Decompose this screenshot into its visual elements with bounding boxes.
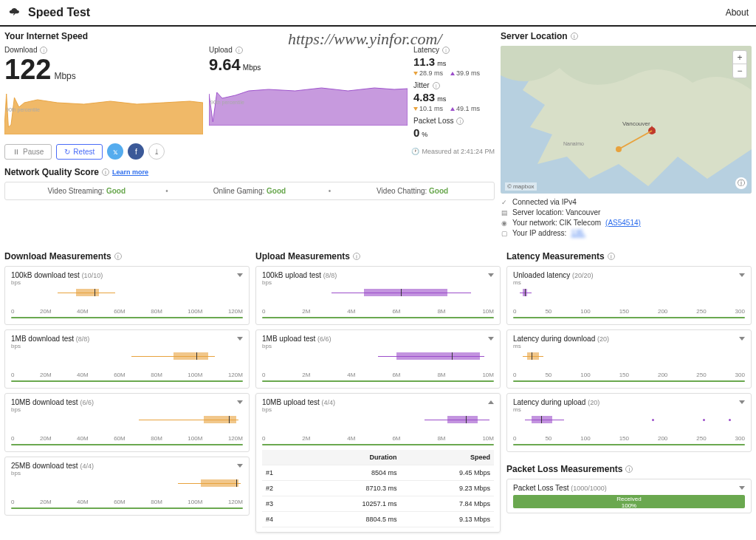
download-chart: 90th percentile [4, 86, 203, 134]
zoom-out-button[interactable]: − [733, 64, 746, 78]
down-arrow-icon [413, 72, 418, 75]
chevron-down-icon[interactable] [237, 273, 243, 277]
up-arrow-icon [450, 107, 455, 111]
box-plot [513, 414, 745, 425]
received-bar: Received100% [513, 495, 745, 508]
info-icon[interactable]: i [442, 47, 450, 54]
server-location-title: Server Location [501, 31, 568, 41]
chevron-down-icon[interactable] [237, 464, 243, 468]
box-plot [11, 414, 243, 425]
box-plot [262, 351, 494, 361]
measurement-card: 1MB download test (8/8) bps 020M40M60M80… [4, 329, 250, 389]
progress-bar [262, 380, 494, 382]
test-count: (20/20) [572, 272, 594, 279]
chevron-down-icon[interactable] [739, 273, 745, 277]
measurement-card: Latency during download (20) ms 05010015… [506, 329, 752, 389]
progress-bar [262, 444, 494, 445]
download-icon[interactable]: ⤓ [148, 143, 165, 160]
box-plot [513, 287, 745, 298]
info-icon[interactable]: i [40, 47, 47, 54]
monitor-icon: ▢ [501, 230, 508, 237]
info-icon[interactable]: i [456, 117, 464, 125]
mapbox-attribution: © mapbox [505, 182, 537, 191]
clock-icon: 🕐 [411, 148, 419, 155]
test-name: 1MB download test [11, 335, 74, 343]
progress-bar [11, 444, 243, 445]
test-name: 10MB upload test [262, 398, 320, 406]
packet-loss-card: Packet Loss Test (1000/1000) Received100… [506, 479, 752, 513]
chevron-up-icon[interactable] [488, 400, 494, 404]
jitter-value: 4.83 [413, 91, 435, 103]
info-icon[interactable]: i [571, 33, 578, 40]
progress-bar [11, 507, 243, 509]
about-link[interactable]: About [726, 7, 749, 18]
progress-bar [513, 317, 745, 318]
chevron-down-icon[interactable] [739, 337, 745, 341]
globe-icon: ◉ [501, 219, 508, 227]
chevron-down-icon[interactable] [488, 337, 494, 341]
measurement-card: Latency during upload (20) ms 0501001502… [506, 393, 752, 452]
chevron-down-icon[interactable] [488, 273, 494, 277]
test-count: (6/6) [317, 335, 331, 343]
info-icon[interactable]: i [608, 253, 615, 260]
svg-text:Nanaimo: Nanaimo [563, 141, 584, 146]
measurement-card: 100kB download test (10/10) bps 020M40M6… [4, 266, 250, 325]
jitter-label: Jitter [413, 81, 430, 89]
zoom-in-button[interactable]: + [733, 51, 746, 64]
progress-bar [11, 380, 243, 382]
upload-label: Upload [209, 46, 233, 54]
test-name: 10MB download test [11, 398, 78, 406]
info-icon[interactable]: i [353, 253, 360, 260]
info-icon[interactable]: i [433, 82, 440, 89]
box-plot [513, 351, 745, 361]
upload-value: 9.64 [209, 55, 241, 75]
packet-loss-label: Packet Loss [413, 117, 453, 125]
chevron-down-icon[interactable] [739, 400, 745, 404]
info-icon[interactable]: i [114, 253, 122, 260]
progress-bar [513, 444, 745, 445]
test-count: (20) [597, 335, 609, 343]
measurement-card: 10MB upload test (4/4) bps 02M4M6M8M10M … [255, 393, 501, 533]
map[interactable]: VancouverNanaimo +− ⓘ © mapbox [501, 46, 752, 194]
test-name: 1MB upload test [262, 335, 315, 343]
measurement-card: Unloaded latency (20/20) ms 050100150200… [506, 266, 752, 325]
chevron-down-icon[interactable] [237, 400, 243, 404]
packet-loss-value: 0 [413, 126, 419, 139]
box-plot [11, 478, 243, 488]
latency-label: Latency [413, 46, 439, 54]
progress-bar [11, 317, 243, 318]
info-icon[interactable]: i [102, 168, 109, 176]
twitter-icon[interactable]: 𝕩 [107, 143, 123, 160]
chevron-down-icon[interactable] [237, 337, 243, 341]
retest-button[interactable]: ↻Retest [56, 144, 103, 160]
server-icon: ▤ [501, 209, 508, 216]
nqs-title: Network Quality Score [4, 167, 99, 177]
test-name: Packet Loss Test [513, 484, 568, 492]
test-name: 25MB download test [11, 462, 78, 470]
down-arrow-icon [413, 107, 418, 111]
your-speed-title: Your Internet Speed [4, 31, 495, 41]
facebook-icon[interactable]: f [128, 143, 144, 160]
upload-chart: 90th percentile [209, 78, 408, 126]
ip-link[interactable]: 135. [571, 229, 585, 237]
page-title: Speed Test [28, 6, 90, 19]
box-plot [11, 287, 243, 298]
test-count: (4/4) [322, 399, 336, 406]
download-label: Download [4, 46, 37, 54]
map-info-button[interactable]: ⓘ [735, 177, 747, 189]
download-unit: Mbps [54, 72, 75, 81]
info-icon[interactable]: i [236, 47, 243, 54]
measurement-card: 100kB upload test (8/8) bps 02M4M6M8M10M [255, 266, 501, 325]
asn-link[interactable]: (AS54514) [605, 219, 641, 227]
upload-unit: Mbps [243, 64, 261, 72]
pause-button[interactable]: ⏸Pause [4, 144, 52, 160]
test-name: Latency during download [513, 335, 595, 343]
box-plot [11, 351, 243, 361]
test-count: (4/4) [80, 462, 94, 470]
chevron-down-icon[interactable] [739, 486, 745, 490]
box-plot [262, 287, 494, 298]
svg-point-2 [616, 146, 622, 152]
info-icon[interactable]: i [625, 465, 633, 473]
check-icon: ✓ [501, 199, 508, 206]
learn-more-link[interactable]: Learn more [112, 168, 148, 176]
